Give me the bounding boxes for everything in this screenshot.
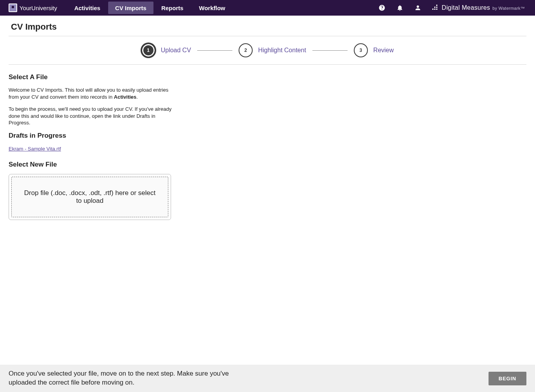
step-3-badge: 3 xyxy=(354,43,368,57)
product-brand[interactable]: Digital Measures by Watermark™ xyxy=(432,4,525,11)
product-byline: by Watermark™ xyxy=(492,6,525,11)
topbar: YourUniversity Activities CV Imports Rep… xyxy=(0,0,535,16)
intro-paragraph-1: Welcome to CV Imports. This tool will al… xyxy=(9,87,177,100)
brand-text: YourUniversity xyxy=(20,5,57,11)
nav: Activities CV Imports Reports Workflow xyxy=(66,0,233,16)
step-3-label: Review xyxy=(373,47,394,54)
dropzone-container: Drop file (.doc, .docx, .odt, .rtf) here… xyxy=(9,174,171,220)
step-upload-cv[interactable]: 1 Upload CV xyxy=(141,43,191,57)
page-title: CV Imports xyxy=(11,22,526,32)
intro-paragraph-2: To begin the process, we'll need you to … xyxy=(9,106,177,126)
draft-link[interactable]: Ekram - Sample Vita.rtf xyxy=(9,146,61,152)
nav-workflow[interactable]: Workflow xyxy=(191,0,233,16)
select-file-heading: Select A File xyxy=(9,73,177,81)
product-name: Digital Measures xyxy=(442,4,490,11)
nav-reports[interactable]: Reports xyxy=(153,0,191,16)
step-review[interactable]: 3 Review xyxy=(354,43,394,57)
drafts-heading: Drafts in Progress xyxy=(9,132,177,140)
select-new-file-heading: Select New File xyxy=(9,161,177,169)
step-2-label: Highlight Content xyxy=(258,47,306,54)
nav-cv-imports[interactable]: CV Imports xyxy=(108,2,153,14)
page-body: CV Imports 1 Upload CV 2 Highlight Conte… xyxy=(0,22,535,220)
step-1-label: Upload CV xyxy=(161,47,191,54)
footer: Once you've selected your file, move on … xyxy=(0,365,535,392)
university-logo-icon xyxy=(9,4,17,12)
begin-button[interactable]: BEGIN xyxy=(489,372,526,385)
file-dropzone[interactable]: Drop file (.doc, .docx, .odt, .rtf) here… xyxy=(11,177,168,217)
product-dots-icon xyxy=(432,4,438,10)
header-right: Digital Measures by Watermark™ xyxy=(378,4,535,11)
brand[interactable]: YourUniversity xyxy=(0,4,62,12)
stepper: 1 Upload CV 2 Highlight Content 3 Review xyxy=(9,36,526,64)
step-1-badge: 1 xyxy=(141,43,155,57)
stepper-connector xyxy=(312,50,348,51)
user-icon[interactable] xyxy=(414,4,421,11)
step-2-badge: 2 xyxy=(239,43,253,57)
dropzone-text: Drop file (.doc, .docx, .odt, .rtf) here… xyxy=(23,189,156,205)
help-icon[interactable] xyxy=(378,4,385,11)
step-highlight-content[interactable]: 2 Highlight Content xyxy=(239,43,306,57)
content: Select A File Welcome to CV Imports. Thi… xyxy=(9,65,177,220)
stepper-connector xyxy=(197,50,232,51)
footer-hint: Once you've selected your file, move on … xyxy=(9,369,251,387)
nav-activities[interactable]: Activities xyxy=(66,0,108,16)
bell-icon[interactable] xyxy=(396,4,403,11)
